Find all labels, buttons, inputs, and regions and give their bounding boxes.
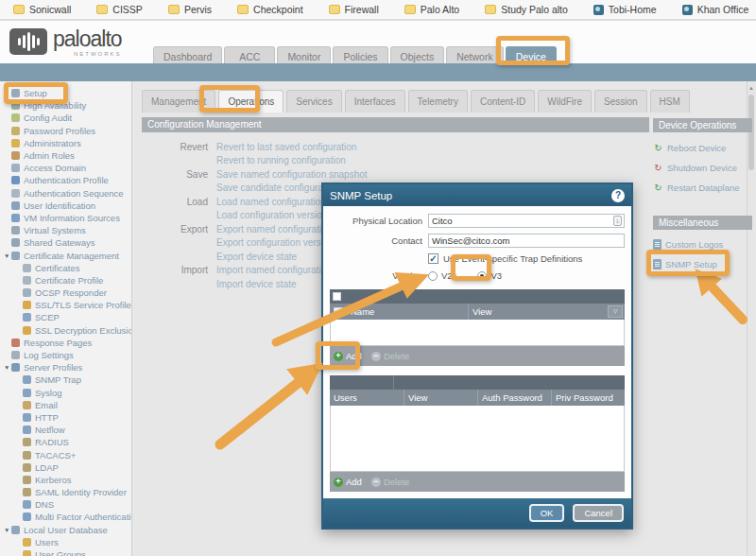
sidebar-item[interactable]: VM Information Sources bbox=[0, 212, 131, 224]
delete-view-button[interactable]: − Delete bbox=[371, 351, 409, 361]
sidebar-item[interactable]: SSL/TLS Service Profile bbox=[0, 299, 131, 311]
sidebar-item[interactable]: Syslog bbox=[0, 387, 131, 399]
bookmark-item[interactable]: Sonicwall bbox=[13, 4, 71, 15]
config-action-link[interactable]: Import device state bbox=[216, 279, 296, 289]
sidebar-item-label: Kerberos bbox=[35, 475, 72, 485]
pan-os-admin-page: Sonicwall CISSP Pervis Checkpoint Firewa… bbox=[0, 0, 756, 556]
bookmark-item[interactable]: Firewall bbox=[329, 4, 379, 15]
subtab[interactable]: HSM bbox=[650, 90, 690, 113]
bookmark-item[interactable]: Tobi-Home bbox=[593, 4, 657, 15]
chevron-down-icon[interactable]: ▼ bbox=[4, 527, 11, 533]
subtab[interactable]: Management bbox=[142, 90, 215, 113]
miscellaneous-link[interactable]: SNMP Setup bbox=[653, 254, 756, 274]
config-action-link[interactable]: Save named configuration snapshot bbox=[216, 169, 368, 180]
sidebar-item[interactable]: ▼ Local User Database bbox=[0, 524, 131, 536]
help-icon[interactable]: ? bbox=[611, 189, 625, 202]
sidebar-item[interactable]: Access Domain bbox=[0, 162, 131, 174]
sidebar-item[interactable]: Log Settings bbox=[0, 349, 131, 361]
sidebar-item[interactable]: Authentication Sequence bbox=[0, 187, 131, 200]
sidebar-item[interactable]: Authentication Profile bbox=[0, 174, 131, 186]
sidebar-item[interactable]: Administrators bbox=[0, 137, 131, 149]
multi-factor-authentication-icon bbox=[23, 513, 31, 521]
device-operation-link[interactable]: ↻ Shutdown Device bbox=[653, 158, 756, 178]
subtab[interactable]: Operations bbox=[218, 90, 284, 113]
sidebar-item[interactable]: Certificate Profile bbox=[0, 274, 131, 287]
bookmark-item[interactable]: Study Palo alto bbox=[485, 4, 568, 15]
cancel-button[interactable]: Cancel bbox=[573, 504, 624, 522]
column-header-priv-password[interactable]: Priv Password bbox=[551, 390, 625, 406]
physical-location-input[interactable] bbox=[428, 214, 625, 228]
sidebar-item[interactable]: Admin Roles bbox=[0, 149, 131, 162]
sidebar-item[interactable]: LDAP bbox=[0, 461, 131, 474]
ok-button[interactable]: OK bbox=[529, 504, 565, 522]
chevron-down-icon[interactable]: ▼ bbox=[4, 252, 11, 259]
filter-dropdown-icon[interactable]: ▽ bbox=[608, 305, 623, 318]
sidebar-item[interactable]: Multi Factor Authentication bbox=[0, 511, 131, 523]
sidebar-item[interactable]: High Availability bbox=[0, 99, 131, 112]
column-header-view[interactable]: View bbox=[468, 304, 608, 320]
sidebar-item[interactable]: SAML Identity Provider bbox=[0, 486, 131, 498]
column-header-view[interactable]: View bbox=[404, 390, 477, 406]
sidebar-item[interactable]: Response Pages bbox=[0, 337, 131, 349]
sidebar-item[interactable]: ▼ Certificate Management bbox=[0, 249, 131, 261]
config-action-link[interactable]: Revert to running configuration bbox=[216, 155, 346, 165]
subtab[interactable]: Session bbox=[594, 90, 647, 113]
sidebar-item[interactable]: Certificates bbox=[0, 262, 131, 274]
sidebar-item[interactable]: OCSP Responder bbox=[0, 287, 131, 299]
device-operation-link[interactable]: ↻ Restart Dataplane bbox=[653, 178, 756, 198]
subtab[interactable]: Telemetry bbox=[408, 90, 468, 113]
sidebar-item[interactable]: DNS bbox=[0, 498, 131, 511]
add-view-button[interactable]: + Add bbox=[334, 351, 362, 361]
device-operation-link[interactable]: ↻ Reboot Device bbox=[653, 138, 756, 158]
sidebar-item[interactable]: User Identification bbox=[0, 200, 131, 212]
version-v3-radio[interactable] bbox=[477, 271, 487, 281]
chevron-down-icon[interactable]: ▼ bbox=[4, 364, 11, 371]
sidebar-item[interactable]: Email bbox=[0, 399, 131, 411]
bookmark-item[interactable]: CISSP bbox=[96, 4, 143, 15]
sidebar-item[interactable]: TACACS+ bbox=[0, 448, 131, 460]
sidebar-item[interactable]: ▼ Server Profiles bbox=[0, 361, 131, 374]
version-v2c-radio[interactable] bbox=[428, 271, 438, 281]
bookmark-item[interactable]: Pervis bbox=[168, 4, 212, 15]
sidebar-item[interactable]: User Groups bbox=[0, 548, 131, 556]
column-header-users[interactable]: Users bbox=[330, 390, 404, 406]
sidebar-item[interactable]: Shared Gateways bbox=[0, 236, 131, 249]
bookmark-item[interactable]: Palo Alto bbox=[404, 4, 459, 15]
column-header-auth-password[interactable]: Auth Password bbox=[477, 390, 551, 406]
sidebar-item[interactable]: SNMP Trap bbox=[0, 374, 131, 386]
subtab[interactable]: Interfaces bbox=[345, 90, 405, 113]
sidebar-item[interactable]: Password Profiles bbox=[0, 125, 131, 137]
sidebar-item[interactable]: Virtual Systems bbox=[0, 224, 131, 236]
subtab[interactable]: Content-ID bbox=[471, 90, 535, 113]
scroll-up-icon[interactable]: ▲ bbox=[747, 83, 755, 93]
config-action-link[interactable]: Export device state bbox=[216, 252, 297, 262]
sidebar-item[interactable]: Users bbox=[0, 536, 131, 548]
config-action-link[interactable]: Export configuration version bbox=[216, 237, 334, 248]
bookmark-item[interactable]: Checkpoint bbox=[237, 4, 303, 15]
delete-user-button[interactable]: − Delete bbox=[371, 477, 409, 487]
location-field-icon[interactable]: 1 bbox=[613, 216, 622, 226]
sidebar-item[interactable]: Netflow bbox=[0, 424, 131, 436]
config-action-link[interactable]: Save candidate configuration bbox=[216, 182, 338, 193]
sidebar-item[interactable]: Setup bbox=[0, 87, 131, 99]
subtab[interactable]: WildFire bbox=[538, 90, 592, 113]
sidebar-item[interactable]: Config Audit bbox=[0, 112, 131, 124]
sidebar-item[interactable]: SSL Decryption Exclusion bbox=[0, 324, 131, 337]
subtab[interactable]: Services bbox=[286, 90, 341, 113]
column-header-name[interactable]: Name bbox=[347, 304, 468, 320]
sidebar-item[interactable]: SCEP bbox=[0, 311, 131, 323]
config-action-link[interactable]: Revert to last saved configuration bbox=[216, 142, 356, 152]
trap-definitions-checkbox[interactable]: ✓ bbox=[428, 253, 438, 264]
select-all-checkbox[interactable] bbox=[333, 292, 341, 301]
sidebar-item[interactable]: Kerberos bbox=[0, 474, 131, 486]
header-checkbox[interactable] bbox=[334, 307, 343, 317]
main-tab-label: Device bbox=[516, 51, 546, 62]
config-action-link[interactable]: Load configuration version bbox=[216, 210, 327, 220]
add-user-button[interactable]: + Add bbox=[334, 477, 362, 487]
contact-input[interactable] bbox=[428, 234, 625, 248]
sidebar-item[interactable]: HTTP bbox=[0, 411, 131, 424]
users-table-toolbar: + Add − Delete bbox=[330, 472, 625, 492]
bookmark-item[interactable]: Khan Office bbox=[682, 4, 749, 15]
sidebar-item[interactable]: RADIUS bbox=[0, 436, 131, 448]
miscellaneous-link[interactable]: Custom Logos bbox=[653, 235, 756, 254]
